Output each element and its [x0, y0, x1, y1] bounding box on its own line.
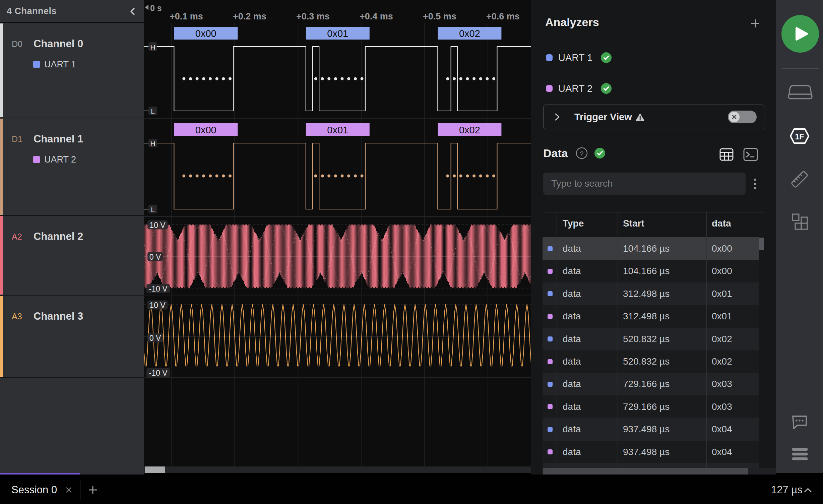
svg-text:H: H — [150, 43, 155, 51]
svg-text:0x01: 0x01 — [327, 125, 348, 135]
svg-text:0x02: 0x02 — [459, 125, 480, 135]
svg-text:L: L — [151, 206, 155, 213]
svg-text:-10 V: -10 V — [149, 369, 168, 377]
svg-text:-10 V: -10 V — [149, 285, 168, 293]
svg-text:0 V: 0 V — [149, 253, 161, 261]
svg-text:10 V: 10 V — [149, 221, 166, 230]
svg-text:0x00: 0x00 — [195, 125, 216, 135]
svg-text:0 V: 0 V — [149, 334, 161, 342]
svg-text:1F: 1F — [795, 132, 804, 141]
svg-text:0x02: 0x02 — [459, 28, 480, 39]
svg-text:L: L — [151, 108, 155, 115]
svg-text:10 V: 10 V — [149, 301, 166, 310]
svg-text:H: H — [150, 140, 155, 147]
svg-text:0x01: 0x01 — [327, 28, 348, 39]
svg-text:?: ? — [580, 150, 583, 158]
svg-text:0x00: 0x00 — [195, 28, 216, 39]
